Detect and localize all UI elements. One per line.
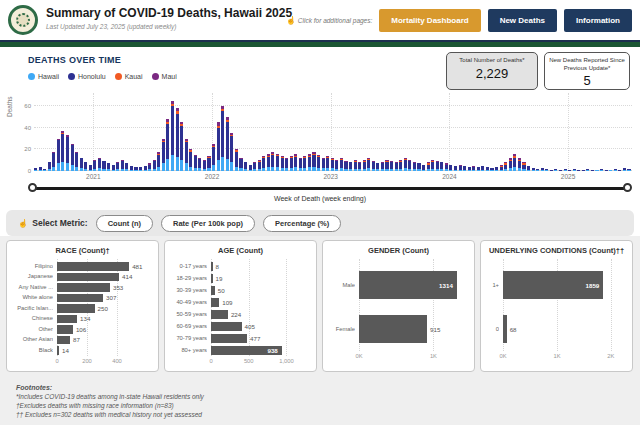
bar-segment xyxy=(591,170,594,171)
bar-segment xyxy=(290,168,293,171)
bar-segment xyxy=(212,147,215,164)
gender-chart[interactable]: 0K1KMale1314Female915 xyxy=(327,259,470,367)
bar xyxy=(57,262,129,271)
stacked-week-bar xyxy=(303,156,306,171)
stacked-week-bar xyxy=(509,158,512,171)
maui-dot-icon xyxy=(152,73,159,80)
time-series-chart[interactable]: 020406020212022202320242025 xyxy=(34,93,632,171)
stacked-week-bar xyxy=(262,156,265,171)
stacked-week-bar xyxy=(513,154,516,171)
value-label: 87 xyxy=(73,336,80,343)
conditions-chart[interactable]: 0K1K2K1+1859068 xyxy=(485,259,628,367)
bar-segment xyxy=(207,168,210,171)
bar-segment xyxy=(322,159,325,168)
stacked-week-bar xyxy=(267,154,270,171)
metric-percentage-button[interactable]: Percentage (%) xyxy=(263,215,341,232)
bar xyxy=(211,262,213,271)
stacked-week-bar xyxy=(294,154,297,171)
bar-segment xyxy=(408,161,411,169)
bar-segment xyxy=(408,169,411,171)
new-deaths-box: New Deaths Reported Since Previous Updat… xyxy=(544,52,630,90)
value-label: 938 xyxy=(267,347,277,354)
bar-segment xyxy=(262,158,265,168)
stacked-week-bar xyxy=(322,158,325,171)
category-label: Male xyxy=(327,282,355,288)
bar-segment xyxy=(194,156,197,168)
metric-rate-button[interactable]: Rate (Per 100k pop) xyxy=(161,215,255,232)
age-card: AGE (Count) 05001,0000-17 years818-29 ye… xyxy=(164,240,317,372)
legend-item-kauai[interactable]: Kauai xyxy=(115,73,143,80)
stacked-week-bar xyxy=(545,169,548,171)
slider-handle-right[interactable] xyxy=(623,183,632,192)
mortality-dashboard-button[interactable]: Mortality Dashboard xyxy=(379,9,480,32)
bar-segment xyxy=(395,169,398,171)
bar-segment xyxy=(340,160,343,168)
bar-segment xyxy=(367,160,370,168)
stacked-week-bar xyxy=(577,170,580,171)
stacked-week-bar xyxy=(244,162,247,171)
bar-segment xyxy=(267,167,270,171)
new-deaths-value: 5 xyxy=(545,73,629,88)
bar-segment xyxy=(358,169,361,171)
stacked-week-bar xyxy=(116,162,119,171)
bar-segment xyxy=(75,153,78,167)
race-chart[interactable]: 0200400Filipino481Japanese414Any Native … xyxy=(11,259,154,367)
slider-handle-left[interactable] xyxy=(28,183,37,192)
bar-segment xyxy=(404,168,407,171)
bar-segment xyxy=(399,169,402,171)
stacked-week-bar xyxy=(477,167,480,171)
bar-segment xyxy=(281,158,284,168)
value-label: 68 xyxy=(510,326,517,333)
logo-emblem xyxy=(16,13,30,27)
new-deaths-button[interactable]: New Deaths xyxy=(488,9,557,32)
bar-segment xyxy=(52,153,55,167)
stacked-week-bar xyxy=(495,167,498,171)
bar-segment xyxy=(627,170,630,171)
bar-segment xyxy=(139,170,142,171)
section-title: DEATHS OVER TIME xyxy=(28,55,121,65)
footnote-line: †† Excludes n=302 deaths with medical hi… xyxy=(16,411,204,418)
legend-item-maui[interactable]: Maui xyxy=(152,73,177,80)
stacked-week-bar xyxy=(500,165,503,171)
gridline xyxy=(286,259,287,356)
bar-segment xyxy=(354,169,357,171)
bar-segment xyxy=(609,170,612,171)
hawaii-dot-icon xyxy=(28,73,35,80)
bar-segment xyxy=(335,169,338,171)
stacked-week-bar xyxy=(518,158,521,171)
bar-segment xyxy=(299,168,302,171)
stacked-week-bar xyxy=(427,162,430,171)
bar-segment xyxy=(340,168,343,171)
bar-segment xyxy=(271,155,274,167)
select-metric-label: ☝ Select Metric: xyxy=(18,218,88,228)
stacked-week-bar xyxy=(144,166,147,171)
stacked-week-bar xyxy=(481,166,484,171)
bar-segment xyxy=(285,159,288,168)
metric-count-button[interactable]: Count (n) xyxy=(96,215,153,232)
legend-item-honolulu[interactable]: Honolulu xyxy=(68,73,106,80)
date-range-slider[interactable] xyxy=(32,187,628,190)
stacked-week-bar xyxy=(221,106,224,171)
stacked-week-bar xyxy=(34,168,37,171)
y-axis-label: Deaths xyxy=(6,96,13,117)
demographic-cards: RACE (Count)† 0200400Filipino481Japanese… xyxy=(6,240,634,372)
x-tick-label: 2023 xyxy=(323,173,337,180)
bar xyxy=(211,322,242,331)
value-label: 1314 xyxy=(439,282,453,289)
bar-segment xyxy=(582,170,585,171)
stacked-week-bar xyxy=(52,152,55,171)
category-label: 40-49 years xyxy=(169,299,207,305)
stacked-week-bar xyxy=(130,166,133,171)
stacked-week-bar xyxy=(413,162,416,171)
bar-segment xyxy=(230,136,233,162)
bar-segment xyxy=(52,167,55,171)
legend-item-hawaii[interactable]: Hawaii xyxy=(28,73,59,80)
information-button[interactable]: Information xyxy=(564,9,632,32)
bar-segment xyxy=(157,167,160,171)
category-label: Black xyxy=(11,347,53,353)
value-label: 134 xyxy=(80,315,90,322)
bar-segment xyxy=(541,170,544,171)
stacked-week-bar xyxy=(121,160,124,171)
age-chart[interactable]: 05001,0000-17 years818-29 years1930-39 y… xyxy=(169,259,312,367)
value-label: 414 xyxy=(122,273,132,280)
